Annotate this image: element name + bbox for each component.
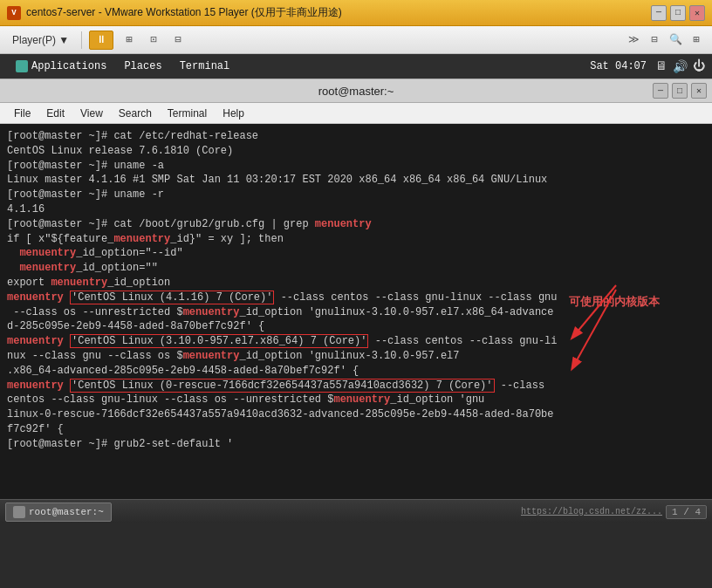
term-line-10: menuentry_id_option="" [7,261,705,276]
terminal-titlebar: root@master:~ ─ □ ✕ [0,79,712,103]
term-line-19: centos --class gnu-linux --class os --un… [7,393,705,407]
places-menu[interactable]: Places [115,57,170,76]
titlebar-text: centos7-server - VMware Workstation 15 P… [26,5,342,20]
pause-button[interactable]: ⏸ [89,31,113,50]
term-line-17: .x86_64-advanced-285c095e-2eb9-4458-aded… [7,364,705,379]
toolbar-icon-6[interactable]: 🔍 [667,31,684,49]
toolbar-icon-2[interactable]: ⊡ [145,31,162,49]
term-line-14: d-285c095e-2eb9-4458-aded-8a70bef7c92f' … [7,319,705,334]
terminal-menu[interactable]: Terminal [171,57,239,76]
terminal-minimize-button[interactable]: ─ [653,83,668,99]
term-line-2: CentOS Linux release 7.6.1810 (Core) [7,144,705,159]
term-line-1: [root@master ~]# cat /etc/redhat-release [7,129,705,144]
minimize-button[interactable]: ─ [651,5,667,21]
taskbar: root@master:~ https://blog.csdn.net/zz..… [0,499,712,523]
term-line-16: nux --class gnu --class os $menuentry_id… [7,349,705,364]
menu-search[interactable]: Search [112,106,159,121]
applications-icon [16,60,28,72]
toolbar-icon-5[interactable]: ⊟ [646,31,663,49]
toolbar-icon-7[interactable]: ⊞ [688,31,705,49]
term-line-18: menuentry 'CentOS Linux (0-rescue-7166dc… [7,379,705,393]
csdn-link[interactable]: https://blog.csdn.net/zz... [521,507,662,516]
term-line-8: if [ x"${feature_menuentry_id}" = xy ]; … [7,232,705,247]
terminal-close-button[interactable]: ✕ [691,83,707,99]
taskbar-right: https://blog.csdn.net/zz... 1 / 4 [521,505,707,519]
terminal-label: Terminal [180,60,230,72]
menu-view[interactable]: View [73,106,110,121]
toolbar-right-icons: ≫ ⊟ 🔍 ⊞ [625,31,705,49]
vm-window: Applications Places Terminal Sat 04:07 🖥… [0,54,712,499]
vmware-toolbar: Player(P) ▼ ⏸ ⊞ ⊡ ⊟ ≫ ⊟ 🔍 ⊞ [0,26,712,54]
terminal-maximize-button[interactable]: □ [672,83,688,99]
term-line-21: f7c92f' { [7,422,705,437]
taskbar-terminal-icon [13,506,25,518]
gnome-topbar: Applications Places Terminal Sat 04:07 🖥… [0,54,712,79]
taskbar-terminal-label: root@master:~ [29,507,104,517]
network-icon[interactable]: 🖥 [655,59,668,73]
toolbar-icon-3[interactable]: ⊟ [169,31,187,49]
term-line-15: menuentry 'CentOS Linux (3.10.0-957.el7.… [7,334,705,349]
toolbar-icon-4[interactable]: ≫ [625,31,642,49]
close-button[interactable]: ✕ [689,5,705,21]
menu-terminal[interactable]: Terminal [161,106,214,121]
window-controls: ─ □ ✕ [651,5,705,21]
term-line-6: 4.1.16 [7,202,705,217]
term-line-22: [root@master ~]# grub2-set-default '​ [7,437,705,452]
term-line-9: menuentry_id_option="--id" [7,246,705,261]
term-line-7: [root@master ~]# cat /boot/grub2/grub.cf… [7,217,705,232]
terminal-menubar: File Edit View Search Terminal Help [0,103,712,124]
annotation-text: 可使用的内核版本 [569,294,660,310]
maximize-button[interactable]: □ [670,5,686,21]
vmware-icon: V [7,6,21,20]
taskbar-terminal-item[interactable]: root@master:~ [5,503,112,522]
clock: Sat 04:07 [581,60,655,72]
page-indicator: 1 / 4 [666,505,707,519]
term-line-3: [root@master ~]# uname -a [7,159,705,174]
power-icon[interactable]: ⏻ [693,59,705,73]
toolbar-separator [81,31,82,49]
term-line-20: linux-0-rescue-7166dcf32e654437a557a9410… [7,407,705,422]
menu-file[interactable]: File [7,106,38,121]
player-menu[interactable]: Player(P) ▼ [7,32,74,48]
applications-menu[interactable]: Applications [7,57,115,76]
places-label: Places [124,60,161,72]
terminal-window-controls: ─ □ ✕ [653,83,707,99]
term-line-4: Linux master 4.1.16 #1 SMP Sat Jan 11 03… [7,173,705,188]
term-line-11: export menuentry_id_option [7,276,705,291]
toolbar-icon-1[interactable]: ⊞ [120,31,138,49]
menu-edit[interactable]: Edit [39,106,72,121]
volume-icon[interactable]: 🔊 [673,59,688,74]
vmware-titlebar: V centos7-server - VMware Workstation 15… [0,0,712,26]
terminal-content[interactable]: [root@master ~]# cat /etc/redhat-release… [0,124,712,499]
term-line-5: [root@master ~]# uname -r [7,188,705,202]
terminal-title: root@master:~ [318,85,394,98]
menu-help[interactable]: Help [216,106,251,121]
titlebar-left: V centos7-server - VMware Workstation 15… [7,5,342,20]
applications-label: Applications [31,60,106,72]
gnome-right-icons: 🖥 🔊 ⏻ [655,59,705,74]
